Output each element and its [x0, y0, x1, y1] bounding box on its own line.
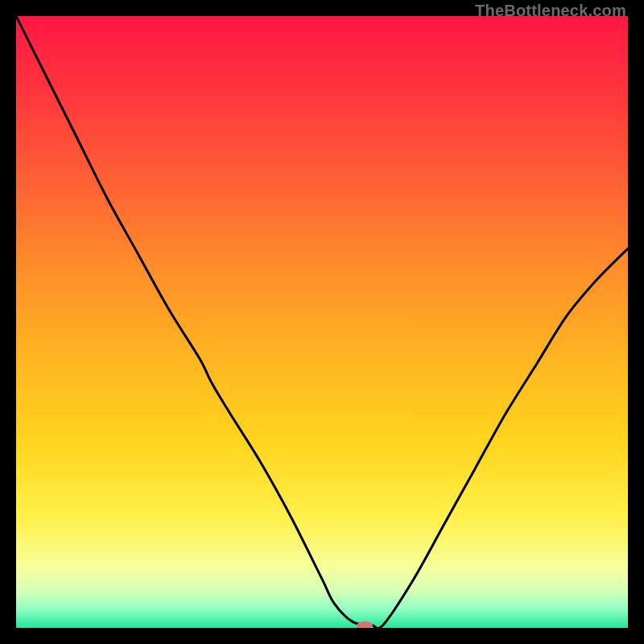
chart-frame: TheBottleneck.com — [0, 0, 644, 644]
chart-plot-area — [16, 16, 628, 628]
chart-background-gradient — [16, 16, 628, 628]
watermark-label: TheBottleneck.com — [475, 2, 626, 20]
chart-svg — [16, 16, 628, 628]
